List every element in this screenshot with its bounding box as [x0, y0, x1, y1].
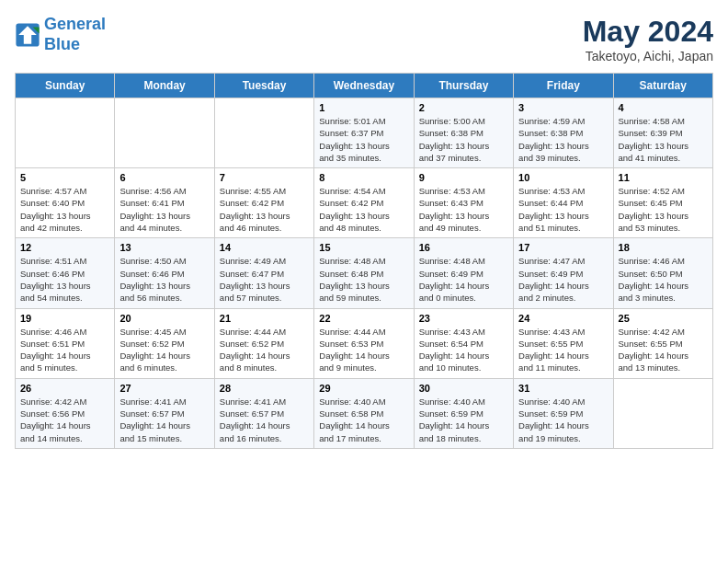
calendar-cell: 26Sunrise: 4:42 AM Sunset: 6:56 PM Dayli… — [16, 378, 115, 448]
week-row-5: 26Sunrise: 4:42 AM Sunset: 6:56 PM Dayli… — [16, 378, 713, 448]
week-row-4: 19Sunrise: 4:46 AM Sunset: 6:51 PM Dayli… — [16, 308, 713, 378]
day-info: Sunrise: 4:41 AM Sunset: 6:57 PM Dayligh… — [119, 396, 209, 444]
day-number: 31 — [518, 383, 608, 394]
calendar-cell: 7Sunrise: 4:55 AM Sunset: 6:42 PM Daylig… — [214, 168, 313, 238]
calendar-cell: 10Sunrise: 4:53 AM Sunset: 6:44 PM Dayli… — [514, 168, 613, 238]
calendar-cell: 30Sunrise: 4:40 AM Sunset: 6:59 PM Dayli… — [414, 378, 513, 448]
calendar-cell: 12Sunrise: 4:51 AM Sunset: 6:46 PM Dayli… — [16, 238, 115, 308]
day-info: Sunrise: 4:44 AM Sunset: 6:52 PM Dayligh… — [220, 326, 309, 374]
day-info: Sunrise: 4:48 AM Sunset: 6:48 PM Dayligh… — [319, 255, 408, 304]
calendar-cell: 14Sunrise: 4:49 AM Sunset: 6:47 PM Dayli… — [214, 238, 313, 308]
day-info: Sunrise: 5:00 AM Sunset: 6:38 PM Dayligh… — [419, 115, 508, 164]
day-number: 15 — [319, 242, 408, 253]
day-info: Sunrise: 4:57 AM Sunset: 6:40 PM Dayligh… — [20, 185, 109, 234]
calendar-cell: 13Sunrise: 4:50 AM Sunset: 6:46 PM Dayli… — [115, 238, 214, 308]
calendar-table: SundayMondayTuesdayWednesdayThursdayFrid… — [15, 73, 713, 449]
day-info: Sunrise: 4:43 AM Sunset: 6:55 PM Dayligh… — [518, 326, 608, 374]
day-number: 28 — [220, 383, 309, 394]
day-info: Sunrise: 4:46 AM Sunset: 6:51 PM Dayligh… — [20, 326, 109, 374]
calendar-cell: 9Sunrise: 4:53 AM Sunset: 6:43 PM Daylig… — [414, 168, 513, 238]
location-subtitle: Taketoyo, Aichi, Japan — [583, 49, 713, 63]
day-number: 30 — [419, 383, 508, 394]
logo-text: General Blue — [44, 15, 106, 54]
week-row-2: 5Sunrise: 4:57 AM Sunset: 6:40 PM Daylig… — [16, 168, 713, 238]
calendar-cell: 17Sunrise: 4:47 AM Sunset: 6:49 PM Dayli… — [514, 238, 613, 308]
week-row-3: 12Sunrise: 4:51 AM Sunset: 6:46 PM Dayli… — [16, 238, 713, 308]
day-info: Sunrise: 4:59 AM Sunset: 6:38 PM Dayligh… — [518, 115, 608, 164]
day-number: 10 — [518, 172, 608, 183]
calendar-cell: 25Sunrise: 4:42 AM Sunset: 6:55 PM Dayli… — [613, 308, 712, 378]
calendar-cell: 5Sunrise: 4:57 AM Sunset: 6:40 PM Daylig… — [16, 168, 115, 238]
day-number: 29 — [319, 383, 408, 394]
day-number: 2 — [419, 102, 508, 113]
day-number: 6 — [119, 172, 209, 183]
day-info: Sunrise: 4:40 AM Sunset: 6:59 PM Dayligh… — [419, 396, 508, 444]
day-info: Sunrise: 4:48 AM Sunset: 6:49 PM Dayligh… — [419, 255, 508, 304]
page-header: General Blue May 2024 Taketoyo, Aichi, J… — [15, 15, 713, 63]
day-info: Sunrise: 4:49 AM Sunset: 6:47 PM Dayligh… — [220, 255, 309, 304]
day-info: Sunrise: 4:40 AM Sunset: 6:59 PM Dayligh… — [518, 396, 608, 444]
calendar-cell: 22Sunrise: 4:44 AM Sunset: 6:53 PM Dayli… — [314, 308, 414, 378]
day-info: Sunrise: 4:55 AM Sunset: 6:42 PM Dayligh… — [220, 185, 309, 234]
calendar-cell: 15Sunrise: 4:48 AM Sunset: 6:48 PM Dayli… — [314, 238, 414, 308]
day-number: 9 — [419, 172, 508, 183]
calendar-cell: 1Sunrise: 5:01 AM Sunset: 6:37 PM Daylig… — [314, 98, 414, 168]
day-info: Sunrise: 4:50 AM Sunset: 6:46 PM Dayligh… — [119, 255, 209, 304]
day-number: 20 — [119, 313, 209, 324]
calendar-header-row: SundayMondayTuesdayWednesdayThursdayFrid… — [16, 74, 713, 98]
day-info: Sunrise: 4:58 AM Sunset: 6:39 PM Dayligh… — [619, 115, 708, 164]
calendar-cell: 20Sunrise: 4:45 AM Sunset: 6:52 PM Dayli… — [115, 308, 214, 378]
calendar-cell: 29Sunrise: 4:40 AM Sunset: 6:58 PM Dayli… — [314, 378, 414, 448]
day-info: Sunrise: 4:51 AM Sunset: 6:46 PM Dayligh… — [20, 255, 109, 304]
title-area: May 2024 Taketoyo, Aichi, Japan — [583, 15, 713, 63]
day-info: Sunrise: 4:56 AM Sunset: 6:41 PM Dayligh… — [119, 185, 209, 234]
day-number: 7 — [220, 172, 309, 183]
calendar-cell: 19Sunrise: 4:46 AM Sunset: 6:51 PM Dayli… — [16, 308, 115, 378]
day-number: 1 — [319, 102, 408, 113]
logo-line2: Blue — [44, 35, 106, 55]
day-number: 27 — [119, 383, 209, 394]
col-header-monday: Monday — [115, 74, 214, 98]
day-info: Sunrise: 4:54 AM Sunset: 6:42 PM Dayligh… — [319, 185, 408, 234]
day-number: 24 — [518, 313, 608, 324]
day-number: 8 — [319, 172, 408, 183]
day-number: 18 — [619, 242, 708, 253]
col-header-wednesday: Wednesday — [314, 74, 414, 98]
calendar-cell — [613, 378, 712, 448]
col-header-saturday: Saturday — [613, 74, 712, 98]
calendar-cell: 23Sunrise: 4:43 AM Sunset: 6:54 PM Dayli… — [414, 308, 513, 378]
day-number: 12 — [20, 242, 109, 253]
day-number: 19 — [20, 313, 109, 324]
day-number: 23 — [419, 313, 508, 324]
col-header-tuesday: Tuesday — [214, 74, 313, 98]
day-info: Sunrise: 4:52 AM Sunset: 6:45 PM Dayligh… — [619, 185, 708, 234]
col-header-friday: Friday — [514, 74, 613, 98]
day-info: Sunrise: 4:46 AM Sunset: 6:50 PM Dayligh… — [619, 255, 708, 304]
month-title: May 2024 — [583, 15, 713, 49]
day-info: Sunrise: 4:44 AM Sunset: 6:53 PM Dayligh… — [319, 326, 408, 374]
day-number: 14 — [220, 242, 309, 253]
day-info: Sunrise: 5:01 AM Sunset: 6:37 PM Dayligh… — [319, 115, 408, 164]
calendar-cell — [115, 98, 214, 168]
day-info: Sunrise: 4:41 AM Sunset: 6:57 PM Dayligh… — [220, 396, 309, 444]
day-number: 26 — [20, 383, 109, 394]
day-info: Sunrise: 4:42 AM Sunset: 6:55 PM Dayligh… — [619, 326, 708, 374]
calendar-cell: 27Sunrise: 4:41 AM Sunset: 6:57 PM Dayli… — [115, 378, 214, 448]
day-number: 16 — [419, 242, 508, 253]
calendar-cell: 11Sunrise: 4:52 AM Sunset: 6:45 PM Dayli… — [613, 168, 712, 238]
logo-line1: General — [44, 15, 106, 35]
calendar-cell: 3Sunrise: 4:59 AM Sunset: 6:38 PM Daylig… — [514, 98, 613, 168]
calendar-cell: 4Sunrise: 4:58 AM Sunset: 6:39 PM Daylig… — [613, 98, 712, 168]
day-info: Sunrise: 4:45 AM Sunset: 6:52 PM Dayligh… — [119, 326, 209, 374]
logo-icon — [15, 22, 40, 48]
day-number: 21 — [220, 313, 309, 324]
calendar-cell: 24Sunrise: 4:43 AM Sunset: 6:55 PM Dayli… — [514, 308, 613, 378]
logo: General Blue — [15, 15, 106, 54]
calendar-cell: 6Sunrise: 4:56 AM Sunset: 6:41 PM Daylig… — [115, 168, 214, 238]
day-info: Sunrise: 4:53 AM Sunset: 6:43 PM Dayligh… — [419, 185, 508, 234]
day-number: 25 — [619, 313, 708, 324]
col-header-sunday: Sunday — [16, 74, 115, 98]
calendar-cell: 21Sunrise: 4:44 AM Sunset: 6:52 PM Dayli… — [214, 308, 313, 378]
calendar-cell: 18Sunrise: 4:46 AM Sunset: 6:50 PM Dayli… — [613, 238, 712, 308]
calendar-cell: 16Sunrise: 4:48 AM Sunset: 6:49 PM Dayli… — [414, 238, 513, 308]
